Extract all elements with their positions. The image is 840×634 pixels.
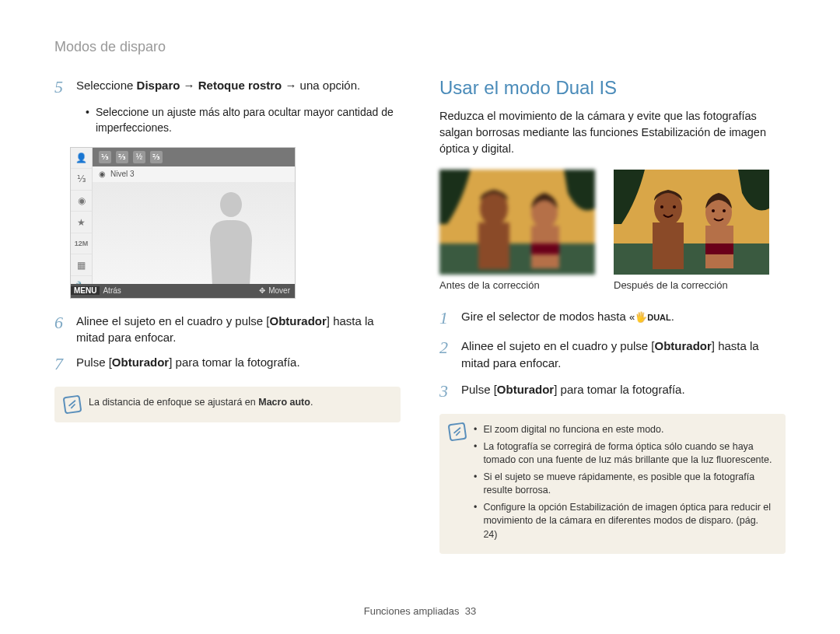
lcd-side-icon: 👤 [71,148,92,170]
lcd-side-icon: ★ [71,212,92,233]
nivel-label: Nivel 3 [110,170,135,178]
text: La fotografía se corregirá de forma ópti… [483,440,775,468]
step-text: Seleccione Disparo → Retoque rostro → un… [76,77,360,97]
step-text: Alinee el sujeto en el cuadro y pulse [O… [461,338,786,372]
text: La distancia de enfoque se ajustará en [89,397,258,408]
text: Alinee el sujeto en el cuadro y pulse [ [76,314,270,328]
text: Pulse [ [461,383,497,396]
lcd-preview [93,182,295,284]
bold: Obturador [270,314,327,328]
dual-mode-icon: «🖐DUAL [629,310,671,325]
step-number: 7 [54,354,76,374]
text: Seleccione [76,79,137,92]
bold: Obturador [497,383,554,396]
lcd-side-icon: 12M [71,233,92,255]
person-silhouette-icon [204,192,258,285]
svg-point-14 [660,205,663,208]
text: Si el sujeto se mueve rápidamente, es po… [483,471,775,498]
text: Seleccione un ajuste más alto para ocult… [96,105,401,135]
back-label: Atrás [103,286,121,295]
left-column: 5 Seleccione Disparo → Retoque rostro → … [54,77,401,554]
caption-before: Antes de la corrección [439,279,595,291]
intro-paragraph: Reduzca el movimiento de la cámara y evi… [439,108,786,157]
text: . [310,397,313,408]
lcd-footer: MENU Atrás ✥ Mover [71,284,295,298]
note-list: El zoom digital no funciona en este modo… [474,423,775,545]
bold: Disparo [137,79,180,92]
image-before [439,170,595,275]
step-7: 7 Pulse [Obturador] para tomar la fotogr… [54,354,401,374]
step-number: 1 [439,308,461,328]
bold: Retoque rostro [198,79,282,92]
content-columns: 5 Seleccione Disparo → Retoque rostro → … [54,77,786,554]
step-text: Gire el selector de modos hasta «🖐DUAL. [461,308,674,328]
text: ] para tomar la fotografía. [554,383,684,396]
lcd-level-icons: ⅓ ⅔ ½ ⅔ [99,151,163,163]
text: Alinee el sujeto en el cuadro y pulse [ [461,339,655,352]
note-item: La fotografía se corregirá de forma ópti… [474,440,775,468]
step-text: Pulse [Obturador] para tomar la fotograf… [76,354,300,374]
step-number: 2 [439,338,461,372]
level-icon: ⅔ [150,151,163,163]
text: DUAL [647,313,671,322]
lcd-side-icon: ▦ [71,254,92,276]
svg-rect-1 [439,243,595,275]
text: Mover [268,286,290,295]
level-icon: ½ [133,151,145,163]
step-3: 3 Pulse [Obturador] para tomar la fotogr… [439,381,786,401]
face-icon: ◉ [99,170,106,178]
note-icon [448,422,467,442]
lcd-body: ⅓ ⅔ ½ ⅔ ◉ Nivel 3 [93,148,295,284]
step-5-sub: Seleccione un ajuste más alto para ocult… [86,105,401,135]
step-number: 5 [54,77,76,97]
arrow: → [180,79,198,92]
image-after [614,170,769,275]
note-item: El zoom digital no funciona en este modo… [474,423,775,437]
svg-point-15 [673,205,676,208]
note-item: Si el sujeto se mueve rápidamente, es po… [474,471,775,498]
bold: Obturador [655,339,712,352]
right-column: Usar el modo Dual IS Reduzca el movimien… [439,77,786,554]
note-box-right: El zoom digital no funciona en este modo… [439,414,786,554]
step-6: 6 Alinee el sujeto en el cuadro y pulse … [54,313,401,347]
caption-after: Después de la corrección [614,279,769,291]
text: Configure la opción Estabilización de im… [483,501,775,542]
page-header: Modos de disparo [54,39,786,55]
svg-rect-6 [531,243,559,254]
section-title: Usar el modo Dual IS [439,77,786,99]
lcd-sidebar: 👤 ⅓ ◉ ★ 12M ▦ 🔧 [71,148,93,298]
caption-row: Antes de la corrección Después de la cor… [439,279,786,291]
bold: Macro auto [258,397,310,408]
text: ] para tomar la fotografía. [169,356,299,369]
note-box-left: La distancia de enfoque se ajustará en M… [54,387,401,422]
footer-page: 33 [465,605,476,617]
step-1: 1 Gire el selector de modos hasta «🖐DUAL… [439,308,786,328]
step-5: 5 Seleccione Disparo → Retoque rostro → … [54,77,401,97]
svg-rect-10 [653,222,684,269]
lcd-nivel-row: ◉ Nivel 3 [93,166,295,182]
note-item: Configure la opción Estabilización de im… [474,501,775,542]
level-icon: ⅓ [99,151,111,163]
svg-point-16 [712,209,715,212]
note-text: La distancia de enfoque se ajustará en M… [89,396,313,413]
page-footer: Funciones ampliadas 33 [0,605,840,617]
text: . [671,310,674,323]
lcd-side-icon: ◉ [71,191,92,212]
step-2: 2 Alinee el sujeto en el cuadro y pulse … [439,338,786,372]
svg-rect-3 [478,222,509,269]
step-number: 6 [54,313,76,347]
text: El zoom digital no funciona en este modo… [483,423,663,437]
level-icon: ⅔ [116,151,128,163]
text: → una opción. [282,79,360,92]
mover-label: ✥ Mover [259,286,295,295]
lcd-side-icon: ⅓ [71,169,92,191]
image-comparison-row [439,170,786,275]
svg-rect-8 [614,243,769,275]
text: Gire el selector de modos hasta [461,310,629,323]
svg-point-17 [723,209,726,212]
note-icon [63,395,82,415]
step-text: Pulse [Obturador] para tomar la fotograf… [461,381,685,401]
bold: Obturador [112,356,169,369]
camera-lcd: 👤 ⅓ ◉ ★ 12M ▦ 🔧 ⅓ ⅔ ½ ⅔ ◉ [70,147,296,299]
footer-section: Funciones ampliadas [364,605,460,617]
